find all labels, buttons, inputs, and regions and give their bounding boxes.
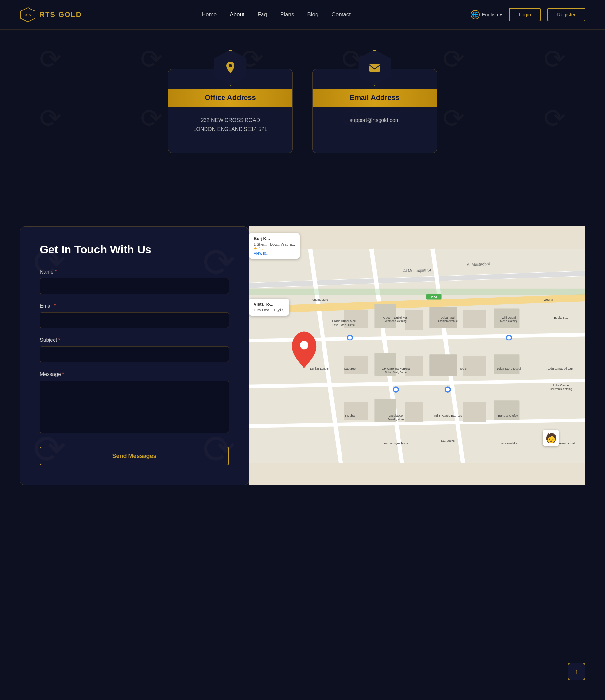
form-title: Get In Touch With Us (40, 243, 229, 256)
svg-text:Bang & Olufsen: Bang & Olufsen (498, 414, 520, 417)
map-container[interactable]: Al Mustaqbal St Al Mustaqbal Prada Dubai… (249, 226, 585, 485)
svg-text:RTS: RTS (25, 14, 31, 17)
svg-text:D86: D86 (431, 296, 437, 299)
svg-text:Starbucks: Starbucks (441, 439, 455, 442)
language-label: English (482, 12, 498, 17)
logo-icon: RTS (20, 6, 36, 23)
subject-input[interactable] (40, 346, 229, 362)
office-title-banner: Office Address (168, 89, 292, 107)
svg-text:Al Mustaqbal: Al Mustaqbal (467, 262, 490, 267)
svg-text:Jewelry store: Jewelry store (388, 418, 404, 421)
svg-text:Dunkin' Donuts: Dunkin' Donuts (310, 367, 329, 370)
location-icon (212, 50, 248, 85)
office-icon-wrap (212, 50, 248, 85)
language-selector[interactable]: 🌐 English ▾ (471, 10, 502, 19)
svg-rect-31 (494, 400, 520, 420)
nav-about[interactable]: About (230, 11, 244, 18)
nav-right: 🌐 English ▾ Login Register (471, 8, 585, 21)
scroll-top-icon: ↑ (575, 667, 578, 676)
office-title: Office Address (205, 94, 256, 102)
svg-text:Dubai Mall, Dubai: Dubai Mall, Dubai (385, 371, 407, 374)
send-messages-button[interactable]: Send Messages (40, 447, 229, 466)
name-required: * (55, 269, 57, 275)
svg-rect-24 (429, 354, 457, 376)
map-section: Al Mustaqbal St Al Mustaqbal Prada Dubai… (249, 226, 585, 485)
scroll-top-button[interactable]: ↑ (568, 662, 585, 680)
message-required: * (62, 371, 64, 377)
svg-text:Al Mustaqbal St: Al Mustaqbal St (403, 268, 431, 273)
svg-text:Books K...: Books K... (554, 316, 568, 319)
subject-label: Subject* (40, 337, 229, 343)
map-svg: Al Mustaqbal St Al Mustaqbal Prada Dubai… (249, 226, 585, 485)
popup-burj-stars: ★ 4.7 (254, 246, 295, 251)
svg-rect-26 (494, 354, 520, 374)
message-input[interactable] (40, 380, 229, 433)
office-line1: 232 NEW CROSS ROAD (193, 116, 268, 125)
svg-text:Tod's: Tod's (459, 367, 467, 370)
svg-point-73 (507, 335, 510, 339)
office-address-card: Office Address 232 NEW CROSS ROAD LONDON… (168, 69, 293, 153)
svg-text:Women's clothing: Women's clothing (385, 320, 407, 323)
svg-text:Dubai Mall: Dubai Mall (441, 316, 455, 319)
email-address-card: Email Address support@rtsgold.com (312, 69, 437, 153)
subject-field-group: Subject* (40, 337, 229, 362)
login-button[interactable]: Login (509, 8, 541, 21)
svg-rect-32 (249, 289, 585, 295)
svg-text:Laduree: Laduree (344, 367, 356, 370)
svg-point-74 (300, 341, 308, 349)
svg-text:Two at Symphony: Two at Symphony (384, 442, 408, 445)
message-field-group: Message* (40, 371, 229, 434)
email-input[interactable] (40, 312, 229, 328)
chevron-down-icon: ▾ (500, 12, 502, 18)
svg-text:Zilli Dubai: Zilli Dubai (502, 316, 516, 319)
svg-text:CH Carolina Herrera: CH Carolina Herrera (382, 367, 410, 370)
nav-blog[interactable]: Blog (307, 11, 318, 18)
name-label: Name* (40, 269, 229, 275)
svg-text:Gucci - Dubai Mall: Gucci - Dubai Mall (384, 316, 409, 319)
contact-info-section: ⟳⟳⟳ ⟳⟳⟳ ⟳⟳⟳ ⟳⟳⟳ Office Address 232 NEW C… (0, 29, 605, 207)
svg-point-2 (229, 64, 232, 67)
email-address: support@rtsgold.com (350, 116, 399, 125)
svg-rect-27 (344, 402, 368, 420)
svg-text:Leica Store Dubai: Leica Store Dubai (497, 367, 521, 370)
logo-text: RTS GOLD (39, 10, 82, 19)
svg-text:Fashion Avenue: Fashion Avenue (438, 320, 457, 323)
svg-rect-21 (344, 356, 368, 374)
svg-point-69 (394, 388, 398, 391)
svg-point-67 (348, 335, 352, 339)
svg-text:India Palace Express: India Palace Express (433, 414, 463, 417)
svg-text:Jacob&Co: Jacob&Co (389, 414, 403, 417)
register-button[interactable]: Register (547, 8, 585, 21)
navbar: RTS RTS GOLD Home About Faq Plans Blog C… (0, 0, 605, 29)
svg-text:Men's clothing: Men's clothing (500, 320, 518, 323)
office-content: 232 NEW CROSS ROAD LONDON ENGLAND SE14 5… (185, 107, 275, 143)
svg-text:Abdulsamad Al Qur...: Abdulsamad Al Qur... (547, 367, 575, 370)
nav-plans[interactable]: Plans (280, 11, 294, 18)
email-label: Email* (40, 303, 229, 309)
svg-rect-30 (463, 402, 486, 422)
logo[interactable]: RTS RTS GOLD (20, 6, 82, 23)
nav-home[interactable]: Home (202, 11, 217, 18)
svg-text:Prada Dubai Mall: Prada Dubai Mall (332, 320, 355, 323)
message-label: Message* (40, 371, 229, 377)
nav-links: Home About Faq Plans Blog Contact (202, 11, 351, 18)
email-icon-wrap (357, 50, 393, 85)
svg-text:McDonald's: McDonald's (501, 442, 517, 445)
name-input[interactable] (40, 278, 229, 294)
contact-form: Name* Email* Subject* M (40, 269, 229, 466)
subject-required: * (58, 337, 60, 343)
office-line2: LONDON ENGLAND SE14 5PL (193, 125, 268, 133)
svg-rect-3 (369, 64, 380, 72)
email-icon (357, 50, 393, 85)
svg-rect-17 (405, 310, 423, 330)
email-required: * (54, 303, 56, 309)
svg-text:Level Shoe District: Level Shoe District (332, 323, 355, 327)
street-view-person[interactable]: 🧑 (543, 430, 559, 446)
form-map-section: ⟳ ⟳ ⟳ ⟳ Get In Touch With Us Name* Email… (0, 207, 605, 512)
svg-point-71 (446, 388, 450, 391)
nav-faq[interactable]: Faq (258, 11, 267, 18)
popup-vista-title: Vista To... (254, 302, 285, 307)
svg-rect-29 (405, 402, 423, 422)
nav-contact[interactable]: Contact (331, 11, 351, 18)
popup-burj-view-link[interactable]: View lo... (254, 251, 269, 255)
